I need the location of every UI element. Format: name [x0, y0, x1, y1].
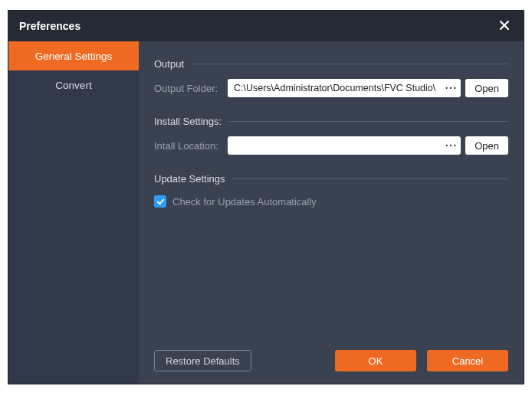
divider [233, 178, 508, 179]
open-install-button[interactable]: Open [465, 136, 508, 155]
svg-point-1 [450, 87, 452, 89]
footer: Restore Defaults OK Cancel [154, 350, 508, 371]
body: General Settings Convert Output Output F… [8, 41, 524, 384]
main-panel: Output Output Folder: Open Install Setti… [139, 41, 524, 384]
divider [192, 64, 508, 64]
svg-point-4 [450, 145, 452, 146]
output-folder-input-wrap [228, 79, 461, 97]
install-location-label: Intall Location: [154, 140, 223, 152]
output-folder-input[interactable] [234, 83, 441, 93]
sidebar-item-general[interactable]: General Settings [8, 41, 139, 70]
ok-button[interactable]: OK [335, 350, 416, 371]
auto-update-row: Check for Updates Automatically [154, 195, 508, 208]
svg-point-0 [446, 87, 448, 89]
titlebar: Preferences [8, 11, 524, 41]
svg-point-3 [446, 145, 448, 146]
svg-point-2 [454, 87, 455, 89]
install-location-row: Intall Location: Open [154, 136, 508, 155]
section-title: Update Settings [154, 173, 225, 185]
section-header-update: Update Settings [154, 173, 508, 185]
output-folder-label: Output Folder: [154, 83, 223, 94]
section-header-install: Install Settings: [154, 116, 508, 127]
install-location-input-wrap [228, 136, 461, 155]
close-icon[interactable] [496, 17, 513, 36]
sidebar-item-label: Convert [55, 80, 91, 91]
sidebar-item-convert[interactable]: Convert [8, 70, 139, 100]
section-title: Install Settings: [154, 116, 222, 127]
divider [229, 121, 508, 122]
sidebar: General Settings Convert [8, 41, 139, 384]
section-header-output: Output [154, 58, 508, 70]
open-output-button[interactable]: Open [465, 79, 508, 97]
install-location-input[interactable] [234, 140, 441, 151]
sidebar-item-label: General Settings [35, 51, 113, 62]
output-folder-row: Output Folder: Open [154, 79, 508, 97]
window-title: Preferences [19, 20, 80, 32]
auto-update-checkbox[interactable] [154, 195, 166, 208]
auto-update-label: Check for Updates Automatically [172, 196, 317, 208]
ellipsis-icon[interactable] [444, 81, 458, 95]
svg-point-5 [454, 145, 455, 146]
restore-defaults-button[interactable]: Restore Defaults [154, 350, 251, 371]
ellipsis-icon[interactable] [444, 139, 458, 152]
cancel-button[interactable]: Cancel [427, 350, 508, 371]
preferences-window: Preferences General Settings Convert Out… [8, 10, 524, 384]
section-title: Output [154, 58, 184, 70]
